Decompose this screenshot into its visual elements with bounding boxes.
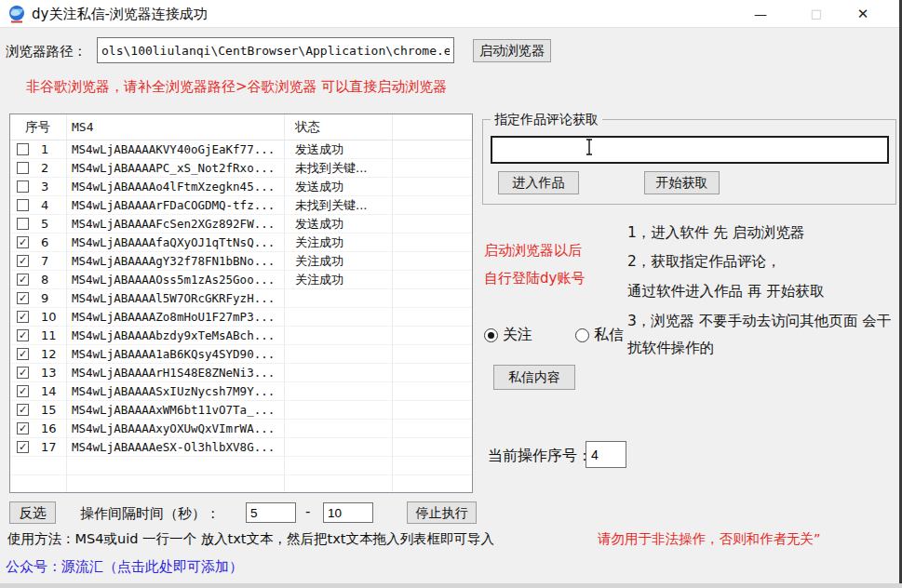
- row-ms4-id: MS4wLjABAAAAOss5m1zAs25Goo...: [66, 273, 284, 287]
- table-row[interactable]: ✓12MS4wLjABAAAA1aB6KQsy4SYD90...: [10, 345, 472, 364]
- usage-instructions: 使用方法：MS4或uid 一行一个 放入txt文本，然后把txt文本拖入列表框即…: [7, 530, 494, 548]
- window-title: dy关注私信-浏览器连接成功: [32, 6, 208, 23]
- work-url-input[interactable]: [491, 136, 889, 164]
- enter-work-button[interactable]: 进入作品: [498, 171, 579, 194]
- row-number: 8: [41, 273, 48, 287]
- browser-path-label: 浏览器路径：: [6, 43, 87, 60]
- dm-radio-label[interactable]: 私信: [594, 326, 624, 345]
- row-ms4-id: MS4wLjABAAAA1aB6KQsy4SYD90...: [66, 347, 284, 361]
- dm-content-button[interactable]: 私信内容: [493, 365, 575, 390]
- row-checkbox[interactable]: ✓: [17, 348, 29, 360]
- row-checkbox[interactable]: [17, 218, 29, 230]
- row-number: 6: [41, 235, 48, 249]
- launch-browser-button[interactable]: 启动浏览器: [473, 39, 551, 62]
- invert-selection-button[interactable]: 反选: [9, 501, 56, 524]
- row-checkbox[interactable]: ✓: [17, 255, 29, 267]
- row-status: 发送成功: [284, 216, 392, 233]
- table-row[interactable]: ✓8MS4wLjABAAAAOss5m1zAs25Goo...关注成功: [10, 271, 472, 289]
- table-row[interactable]: ✓10MS4wLjABAAAAZo8mHoU1F27mP3...: [10, 308, 472, 327]
- instruction-line: 扰软件操作的: [627, 339, 714, 358]
- close-button[interactable]: ✕: [841, 0, 884, 28]
- table-row[interactable]: 4MS4wLjABAAAArFDaCOGDMQ-tfz...未找到关键...: [10, 196, 472, 215]
- table-body: 1MS4wLjABAAAAKVY40oGjEaKf77...发送成功2MS4wL…: [10, 140, 472, 493]
- row-status: 关注成功: [284, 253, 392, 270]
- title-bar: dy关注私信-浏览器连接成功 — □ ✕: [0, 0, 902, 28]
- row-checkbox[interactable]: ✓: [17, 329, 29, 341]
- table-row[interactable]: ✓7MS4wLjABAAAAgY32f78FN1bBNo...关注成功: [10, 252, 472, 271]
- row-number: 9: [41, 291, 48, 305]
- row-checkbox[interactable]: [17, 199, 29, 211]
- instruction-line: 通过软件进入作品 再 开始获取: [627, 282, 824, 301]
- row-ms4-id: MS4wLjABAAAAfaQXyOJ1qTtNsQ...: [66, 235, 284, 249]
- row-checkbox[interactable]: ✓: [17, 404, 29, 416]
- row-checkbox[interactable]: ✓: [17, 274, 29, 286]
- row-number: 3: [41, 180, 48, 194]
- row-number: 14: [41, 384, 57, 398]
- window-edge: [0, 583, 902, 588]
- app-logo-icon: [7, 5, 26, 23]
- table-row[interactable]: ✓11MS4wLjABAAAAbzdy9xTeMsABch...: [10, 327, 472, 345]
- legal-warning: 请勿用于非法操作，否则和作者无关”: [598, 530, 821, 548]
- login-note-line2: 自行登陆dy账号: [484, 270, 585, 287]
- table-row[interactable]: 1MS4wLjABAAAAKVY40oGjEaKf77...发送成功: [10, 140, 472, 159]
- ms4-list[interactable]: 序号 MS4 状态 1MS4wLjABAAAAKVY40oGjEaKf77...…: [9, 114, 473, 493]
- comment-fetch-title: 指定作品评论获取: [491, 112, 602, 128]
- row-number: 10: [41, 310, 57, 324]
- table-row[interactable]: ✓14MS4wLjABAAAASxIUzNycsh7M9Y...: [10, 382, 472, 401]
- row-ms4-id: MS4wLjABAAAAeSX-Ol3hlbXV8G...: [66, 440, 284, 454]
- row-checkbox[interactable]: ✓: [17, 441, 29, 453]
- row-number: 15: [41, 403, 57, 417]
- row-number: 5: [41, 217, 48, 231]
- interval-from-input[interactable]: [246, 502, 296, 523]
- row-number: 11: [41, 328, 57, 342]
- row-checkbox[interactable]: ✓: [17, 292, 29, 304]
- browser-path-input[interactable]: [97, 37, 454, 63]
- instruction-line: 1，进入软件 先 启动浏览器: [627, 223, 804, 243]
- row-checkbox[interactable]: ✓: [17, 422, 29, 434]
- row-checkbox[interactable]: ✓: [17, 311, 29, 323]
- row-number: 13: [41, 366, 57, 380]
- wechat-official-link[interactable]: 公众号：源流汇（点击此处即可添加）: [6, 558, 243, 576]
- non-chrome-warning: 非谷歌浏览器，请补全浏览器路径>谷歌浏览器 可以直接启动浏览器: [26, 78, 447, 96]
- follow-radio-label[interactable]: 关注: [503, 326, 532, 345]
- mode-radio-group: 关注 私信: [484, 326, 624, 345]
- interval-label: 操作间隔时间（秒）：: [80, 505, 220, 523]
- table-row[interactable]: 2MS4wLjABAAAAPC_xS_Not2fRxo...未找到关键...: [10, 159, 472, 178]
- interval-to-input[interactable]: [323, 502, 373, 523]
- row-ms4-id: MS4wLjABAAAAPC_xS_Not2fRxo...: [66, 161, 284, 175]
- row-checkbox[interactable]: [17, 162, 29, 174]
- maximize-button[interactable]: □: [795, 0, 838, 28]
- row-ms4-id: MS4wLjABAAAAxyOXUwQxVImrWA...: [66, 421, 284, 435]
- login-note-line1: 启动浏览器以后: [484, 242, 582, 260]
- row-checkbox[interactable]: ✓: [17, 367, 29, 379]
- table-row[interactable]: 3MS4wLjABAAAAo4lFtmXzegkn45...发送成功: [10, 178, 472, 196]
- row-status: 未找到关键...: [284, 197, 392, 214]
- start-fetch-button[interactable]: 开始获取: [644, 171, 720, 194]
- table-row: [10, 457, 472, 475]
- minimize-button[interactable]: —: [739, 0, 782, 28]
- table-row[interactable]: 5MS4wLjABAAAAFcSen2XGz892FW...发送成功: [10, 215, 472, 234]
- row-checkbox[interactable]: [17, 180, 29, 193]
- table-row[interactable]: ✓6MS4wLjABAAAAfaQXyOJ1qTtNsQ...关注成功: [10, 234, 472, 252]
- stop-execution-button[interactable]: 停止执行: [407, 501, 477, 524]
- table-row[interactable]: ✓17MS4wLjABAAAAeSX-Ol3hlbXV8G...: [10, 438, 472, 457]
- row-checkbox[interactable]: [17, 143, 29, 155]
- row-number: 12: [41, 347, 57, 361]
- row-ms4-id: MS4wLjABAAAAo4lFtmXzegkn45...: [66, 180, 284, 194]
- table-row[interactable]: ✓9MS4wLjABAAAAl5W7ORcGKRFyzH...: [10, 289, 472, 308]
- app-window: dy关注私信-浏览器连接成功 — □ ✕ 浏览器路径： 启动浏览器 非谷歌浏览器…: [0, 0, 902, 588]
- column-divider: [284, 114, 285, 492]
- table-row[interactable]: ✓15MS4wLjABAAAAxWM6bt11vO7Ta_...: [10, 401, 472, 420]
- instruction-line: 3，浏览器 不要手动去访问其他页面 会干: [627, 312, 891, 331]
- row-ms4-id: MS4wLjABAAAAbzdy9xTeMsABch...: [66, 328, 284, 342]
- row-checkbox[interactable]: ✓: [17, 236, 29, 248]
- follow-radio[interactable]: [484, 328, 498, 342]
- dm-radio[interactable]: [575, 328, 589, 342]
- current-op-label: 当前操作序号：: [488, 447, 592, 466]
- table-row[interactable]: ✓16MS4wLjABAAAAxyOXUwQxVImrWA...: [10, 420, 472, 438]
- header-status: 状态: [284, 119, 392, 136]
- current-op-input[interactable]: [586, 441, 626, 468]
- column-divider: [392, 114, 393, 492]
- row-checkbox[interactable]: ✓: [17, 385, 29, 397]
- table-row[interactable]: ✓13MS4wLjABAAAArH1S48E8ZNeNi3...: [10, 364, 472, 382]
